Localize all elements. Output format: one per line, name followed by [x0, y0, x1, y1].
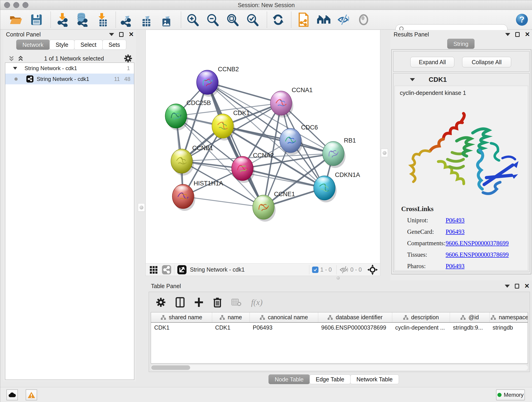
detach-view-icon[interactable] — [177, 265, 187, 274]
panel-menu-icon[interactable] — [505, 285, 510, 288]
function-builder-button: f(x) — [251, 298, 263, 307]
tab-network[interactable]: Network — [16, 40, 50, 50]
import-table-from-file-button[interactable] — [95, 13, 110, 27]
tab-sets[interactable]: Sets — [102, 40, 126, 50]
column-header-canonical-name[interactable]: canonical name — [249, 313, 318, 322]
right-splitter-handle[interactable] — [381, 149, 388, 157]
open-session-button[interactable] — [8, 13, 23, 27]
cloud-status-button[interactable] — [6, 389, 18, 400]
import-network-from-file-button[interactable] — [55, 13, 70, 27]
table-cell[interactable]: stringdb — [489, 322, 528, 332]
crosslink-link[interactable]: P06493 — [446, 228, 465, 235]
show-columns-icon[interactable] — [176, 297, 185, 307]
save-session-button[interactable] — [29, 13, 44, 27]
table-horizontal-scrollbar[interactable] — [151, 365, 528, 370]
share-view-icon[interactable] — [162, 265, 171, 274]
section-collapse-icon[interactable] — [410, 78, 415, 81]
panel-close-icon[interactable]: ✕ — [128, 32, 134, 38]
table-row[interactable]: CDK1CDK1P064939606.ENSP00000378699cyclin… — [151, 322, 528, 332]
gene-section-header[interactable]: CDK1 — [393, 73, 529, 86]
network-label: String Network - cdk1 — [37, 76, 89, 82]
control-panel-title: Control Panel — [6, 31, 41, 38]
tab-select[interactable]: Select — [74, 40, 102, 50]
left-splitter-handle[interactable] — [138, 203, 145, 211]
network-collection-row[interactable]: String Network - cdk1 1 — [5, 63, 134, 74]
tab-edge-table[interactable]: Edge Table — [310, 375, 351, 384]
toolbar-separator — [309, 265, 309, 274]
delete-column-trash-icon[interactable] — [213, 297, 222, 307]
column-header-description[interactable]: description — [392, 313, 450, 322]
table-cell[interactable]: CDK1 — [151, 322, 212, 332]
tab-style[interactable]: Style — [50, 40, 75, 50]
export-image-button[interactable] — [159, 13, 173, 27]
tab-node-table[interactable]: Node Table — [268, 375, 310, 384]
gear-icon[interactable] — [124, 54, 133, 63]
gear-icon[interactable] — [156, 297, 166, 307]
crosslink-link[interactable]: P06493 — [446, 263, 465, 270]
zoom-out-button[interactable] — [205, 13, 220, 27]
column-header-namespace[interactable]: namespace — [489, 313, 528, 322]
tab-string[interactable]: String — [447, 39, 475, 49]
panel-close-icon[interactable]: ✕ — [524, 283, 530, 289]
memory-button[interactable]: Memory — [496, 389, 525, 400]
help-button[interactable]: ? — [515, 13, 529, 27]
column-header-database-identifier[interactable]: database identifier — [318, 313, 392, 322]
protein-node[interactable]: CCNE1 — [253, 191, 295, 222]
fit-selected-crosshair-icon[interactable] — [367, 264, 378, 275]
delete-table-icon — [231, 298, 241, 306]
panel-float-icon[interactable] — [515, 284, 519, 288]
table-cell[interactable]: stringdb:9... — [450, 322, 489, 332]
protein-node[interactable]: RB1 — [323, 137, 356, 168]
hidden-eye-icon — [339, 266, 348, 274]
panel-float-icon[interactable] — [119, 32, 123, 37]
tree-expand-icon[interactable] — [13, 67, 17, 70]
zoom-fit-content-button[interactable] — [225, 13, 240, 27]
network-row[interactable]: String Network - cdk1 11 48 — [5, 74, 134, 84]
table-cell[interactable]: 9606.ENSP00000378699 — [318, 322, 392, 332]
new-network-from-selection-button[interactable] — [296, 13, 311, 27]
column-header-name[interactable]: name — [212, 313, 249, 322]
table-cell[interactable]: CDK1 — [212, 322, 249, 332]
export-network-to-file-button[interactable] — [119, 13, 134, 27]
warnings-button[interactable] — [26, 389, 37, 400]
expand-all-chevron-icon[interactable] — [17, 55, 24, 62]
network-view-canvas[interactable]: CCNB2CCNA1CDC25BCDK1CDC6RB1CCNB1CCNA2CDK… — [146, 30, 380, 263]
hide-selected-button[interactable] — [336, 13, 351, 27]
zoom-selected-button[interactable] — [245, 13, 260, 27]
table-cell[interactable]: cyclin-dependent ... — [392, 322, 450, 332]
collapse-all-button[interactable]: Collapse All — [462, 57, 511, 67]
node-label: RB1 — [344, 137, 356, 144]
protein-node[interactable]: CDKN1A — [314, 172, 360, 202]
import-network-from-database-button[interactable] — [75, 13, 89, 27]
protein-node[interactable]: CDC6 — [280, 124, 318, 155]
panel-menu-icon[interactable] — [109, 33, 114, 36]
crosslink-link[interactable]: 9606.ENSP00000378699 — [446, 240, 509, 247]
node-table[interactable]: shared namenamecanonical namedatabase id… — [151, 312, 528, 364]
tab-network-table[interactable]: Network Table — [350, 375, 399, 384]
panel-float-icon[interactable] — [515, 32, 520, 37]
table-cell[interactable]: P06493 — [249, 322, 318, 332]
update-network-button[interactable] — [271, 13, 285, 27]
status-bar: Memory — [0, 387, 532, 402]
create-column-plus-icon[interactable] — [194, 297, 203, 307]
panel-close-icon[interactable]: ✕ — [525, 32, 530, 38]
expand-all-button[interactable]: Expand All — [410, 57, 454, 67]
panel-menu-icon[interactable] — [505, 33, 510, 36]
first-neighbors-button[interactable] — [317, 13, 331, 27]
gene-description: cyclin-dependent kinase 1 — [395, 86, 528, 96]
selected-checkbox[interactable] — [312, 267, 318, 273]
column-header--id[interactable]: @id — [450, 313, 489, 322]
export-table-to-file-button[interactable] — [139, 13, 153, 27]
birds-eye-view-icon[interactable] — [149, 265, 158, 274]
scrollbar-thumb[interactable] — [151, 365, 190, 370]
column-header-shared-name[interactable]: shared name — [151, 313, 212, 322]
crosslink-link[interactable]: P06493 — [446, 217, 465, 224]
show-all-button[interactable] — [356, 13, 371, 27]
hidden-node-edge-count: 0 - 0 — [350, 266, 362, 273]
protein-node[interactable]: HIST1H1A — [172, 180, 223, 211]
collapse-all-chevron-icon[interactable] — [8, 55, 15, 62]
string-network-graph[interactable]: CCNB2CCNA1CDC25BCDK1CDC6RB1CCNB1CCNA2CDK… — [146, 30, 380, 263]
zoom-in-button[interactable] — [185, 13, 200, 27]
crosslink-link[interactable]: 9606.ENSP00000378699 — [446, 251, 509, 258]
save-floppy-icon — [31, 14, 42, 26]
